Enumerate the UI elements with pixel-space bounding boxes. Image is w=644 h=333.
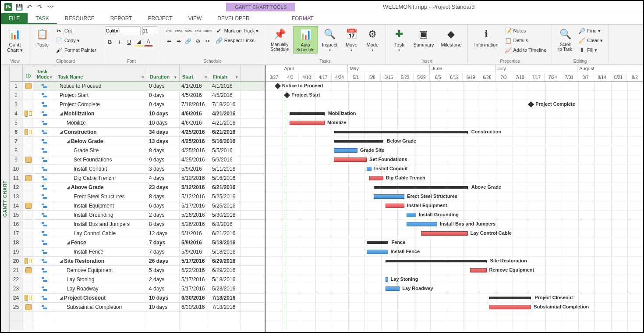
gantt-task-bar[interactable] xyxy=(367,167,372,171)
table-row[interactable]: 18◢Fence7 days5/9/20165/18/2016 xyxy=(10,238,265,247)
inspect-button[interactable]: 🔍Inspect▾ xyxy=(319,26,340,53)
table-row[interactable]: 14Install Equipment6 days5/17/20165/25/2… xyxy=(10,201,265,211)
table-row[interactable]: 11Dig Cable Trench4 days5/10/20165/16/20… xyxy=(10,174,265,183)
col-indicators[interactable]: ⓘ xyxy=(23,65,34,81)
gantt-task-bar[interactable] xyxy=(367,250,388,254)
paste-button[interactable]: 📋 Paste xyxy=(33,26,52,48)
font-color-button[interactable]: A xyxy=(144,38,153,47)
table-row[interactable]: 21Remove Equipment5 days6/22/20166/29/20… xyxy=(10,266,265,275)
col-finish[interactable]: Finish▾ xyxy=(210,65,241,81)
font-name-select[interactable] xyxy=(106,26,141,35)
tab-resource[interactable]: RESOURCE xyxy=(57,13,103,24)
table-row[interactable]: 9Set Foundations9 days4/25/20165/9/2016 xyxy=(10,155,265,165)
gantt-task-bar[interactable] xyxy=(386,277,388,282)
table-row[interactable]: 6◢Construction34 days4/25/20166/21/2016 xyxy=(10,128,265,137)
gantt-task-bar[interactable] xyxy=(334,148,357,153)
pct100-button[interactable]: 100% xyxy=(203,26,212,35)
tab-format[interactable]: FORMAT xyxy=(284,13,322,24)
link-button[interactable]: 🔗 xyxy=(184,37,193,46)
unlink-button[interactable]: ⊘ xyxy=(194,37,202,46)
respect-links-button[interactable]: 🔗Respect Links xyxy=(214,36,261,45)
col-id[interactable] xyxy=(10,65,23,81)
manually-schedule-button[interactable]: 📌Manually Schedule xyxy=(268,26,291,53)
gantt-milestone[interactable] xyxy=(275,83,281,89)
outdent-button[interactable]: ⬅ xyxy=(165,37,173,46)
split-button[interactable]: ✂ xyxy=(203,37,212,46)
gantt-task-bar[interactable] xyxy=(374,194,404,199)
information-button[interactable]: ℹInformation xyxy=(471,26,501,48)
table-row[interactable]: 1Notice to Proceed0 days4/1/20164/1/2016 xyxy=(10,82,265,91)
task-button[interactable]: ✚Task▾ xyxy=(389,26,409,53)
table-body[interactable]: 1Notice to Proceed0 days4/1/20164/1/2016… xyxy=(10,82,265,332)
add-timeline-button[interactable]: 📈Add to Timeline xyxy=(503,46,548,54)
table-row[interactable]: 4◢Mobilization10 days4/6/20164/21/2016 xyxy=(10,109,265,118)
gantt-summary-bar[interactable] xyxy=(367,241,388,244)
tab-view[interactable]: VIEW xyxy=(180,13,210,24)
col-duration[interactable]: Duration▾ xyxy=(147,65,180,81)
table-row[interactable]: 12◢Above Grade23 days5/12/20166/21/2016 xyxy=(10,183,265,192)
gantt-milestone[interactable] xyxy=(284,92,290,98)
table-row[interactable]: 8Grade Site8 days4/25/20165/5/2016 xyxy=(10,146,265,155)
col-task-name[interactable]: Task Name▾ xyxy=(55,65,147,81)
move-button[interactable]: 📅Move▾ xyxy=(342,26,361,53)
gantt-task-bar[interactable] xyxy=(334,158,367,162)
fill-button[interactable]: ⬇Fill ▾ xyxy=(577,46,604,54)
table-row[interactable]: 20◢Site Restoration26 days5/17/20166/29/… xyxy=(10,257,265,266)
bold-button[interactable]: B xyxy=(106,38,114,47)
tab-project[interactable]: PROJECT xyxy=(140,13,180,24)
copy-button[interactable]: 📄Copy ▾ xyxy=(54,36,98,45)
clear-button[interactable]: 🧹Clear ▾ xyxy=(577,36,604,45)
col-task-mode[interactable]: Task Mode▾ xyxy=(34,65,55,81)
tab-file[interactable]: FILE xyxy=(1,13,28,24)
fill-color-button[interactable]: ◢ xyxy=(134,38,143,47)
activity-icon[interactable]: 〰 xyxy=(46,3,54,11)
gantt-chart-button[interactable]: 📊 Gantt Chart ▾ xyxy=(4,26,25,54)
gantt-task-bar[interactable] xyxy=(386,286,400,291)
gantt-summary-bar[interactable] xyxy=(489,297,531,299)
undo-icon[interactable]: ↶ xyxy=(25,3,33,11)
gantt-task-bar[interactable] xyxy=(407,213,416,217)
gantt-task-bar[interactable] xyxy=(421,231,468,236)
redo-icon[interactable]: ↷ xyxy=(36,3,44,11)
gantt-task-bar[interactable] xyxy=(470,268,487,272)
tab-task[interactable]: TASK xyxy=(28,13,57,24)
table-row[interactable]: 10Install Conduit3 days5/9/20165/11/2016 xyxy=(10,165,265,174)
details-button[interactable]: 📋Details xyxy=(503,36,548,45)
underline-button[interactable]: U xyxy=(125,38,134,47)
notes-button[interactable]: 📝Notes xyxy=(503,26,548,35)
gantt-task-bar[interactable] xyxy=(290,121,325,125)
gantt-summary-bar[interactable] xyxy=(290,112,325,115)
scroll-to-task-button[interactable]: 🔍Scroll to Task xyxy=(556,26,575,53)
mode-button[interactable]: ⚙Mode▾ xyxy=(363,26,382,53)
save-icon[interactable]: 💾 xyxy=(15,3,23,11)
pct75-button[interactable]: 75% xyxy=(194,26,202,35)
indent-button[interactable]: ➡ xyxy=(174,37,183,46)
gantt-task-bar[interactable] xyxy=(369,176,383,180)
table-row[interactable]: 23Lay Roadway4 days5/17/20165/23/2016 xyxy=(10,284,265,294)
gantt-summary-bar[interactable] xyxy=(334,140,383,143)
table-row[interactable]: 25Substaintial Completion10 days6/30/201… xyxy=(10,303,265,312)
app-icon[interactable]: P▸ xyxy=(4,3,12,11)
milestone-button[interactable]: ◆Milestone xyxy=(438,26,464,48)
table-row[interactable]: 2Project Start0 days4/5/20164/5/2016 xyxy=(10,91,265,100)
table-row[interactable]: 19Install Fence7 days5/9/20165/18/2016 xyxy=(10,247,265,257)
gantt-summary-bar[interactable] xyxy=(374,186,467,189)
gantt-task-bar[interactable] xyxy=(386,204,404,208)
tab-report[interactable]: REPORT xyxy=(103,13,140,24)
gantt-milestone[interactable] xyxy=(528,101,534,107)
pct50-button[interactable]: 50% xyxy=(184,26,193,35)
table-row[interactable]: 22Lay Stoning2 days5/17/20165/18/2016 xyxy=(10,275,265,284)
gantt-task-bar[interactable] xyxy=(407,222,437,226)
italic-button[interactable]: I xyxy=(115,38,124,47)
summary-button[interactable]: ▣Summary xyxy=(410,26,436,48)
table-row[interactable]: 17Lay Control Cable12 days6/1/20166/21/2… xyxy=(10,229,265,238)
table-row[interactable]: 3Project Complete0 days7/18/20167/18/201… xyxy=(10,100,265,109)
pct25-button[interactable]: 25% xyxy=(174,26,183,35)
pct0-button[interactable]: 0% xyxy=(165,26,173,35)
gantt-summary-bar[interactable] xyxy=(334,131,467,133)
tab-developer[interactable]: DEVELOPER xyxy=(209,13,257,24)
gantt-chart[interactable]: AprilMayJuneJulyAugust 3/274/34/104/174/… xyxy=(266,65,643,332)
mark-on-track-button[interactable]: ✔Mark on Track ▾ xyxy=(214,26,261,35)
gantt-task-bar[interactable] xyxy=(489,305,531,309)
table-row[interactable]: 15Install Grounding2 days5/26/20165/30/2… xyxy=(10,211,265,220)
